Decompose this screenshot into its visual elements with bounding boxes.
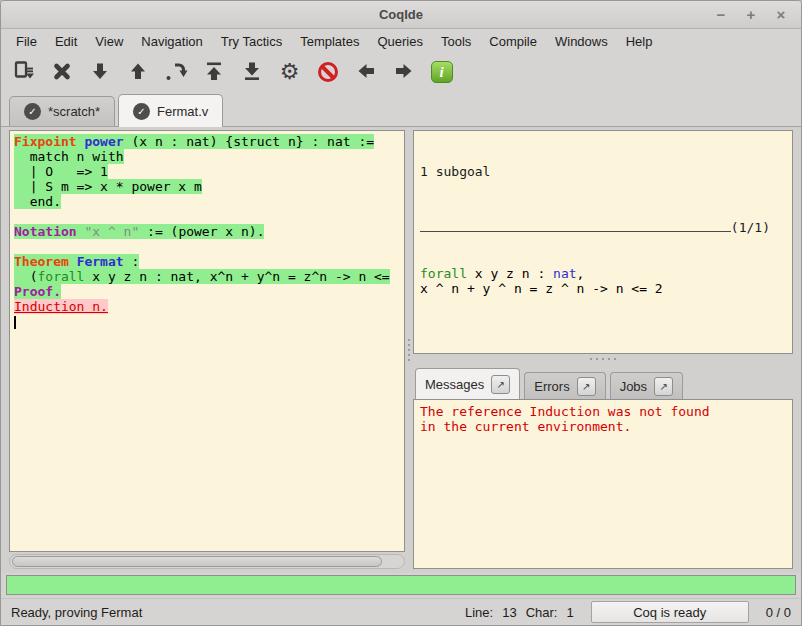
left-arrow-icon bbox=[354, 59, 378, 86]
down-arrow-to-bar-icon bbox=[240, 59, 264, 86]
save-icon bbox=[12, 59, 36, 86]
horizontal-scrollbar[interactable] bbox=[9, 554, 405, 569]
status-right: Line: 13 Char: 1 Coq is ready 0 / 0 bbox=[465, 601, 791, 623]
status-message: Ready, proving Fermat bbox=[11, 605, 142, 620]
menu-file[interactable]: File bbox=[7, 32, 46, 51]
menu-windows[interactable]: Windows bbox=[546, 32, 617, 51]
text-cursor bbox=[14, 316, 16, 329]
detach-arrow-icon[interactable]: ↗ bbox=[577, 377, 596, 396]
gear-icon: ⚙ bbox=[280, 61, 300, 83]
goal-separator: (1/1) bbox=[420, 220, 770, 235]
about-button[interactable]: i bbox=[429, 59, 454, 85]
menu-compile[interactable]: Compile bbox=[480, 32, 546, 51]
preferences-button[interactable]: ⚙ bbox=[277, 59, 302, 85]
tab-errors[interactable]: Errors ↗ bbox=[524, 372, 605, 399]
menu-try-tactics[interactable]: Try Tactics bbox=[212, 32, 291, 51]
goal-body: forall x y z n : nat,x ^ n + y ^ n = z ^… bbox=[420, 266, 786, 296]
titlebar: CoqIde − + × bbox=[1, 1, 801, 29]
check-circle-icon: ✓ bbox=[133, 103, 150, 120]
down-arrow-icon bbox=[88, 59, 112, 86]
coq-status-field: Coq is ready bbox=[591, 601, 749, 623]
vertical-splitter-handle[interactable] bbox=[405, 130, 413, 569]
info-icon: i bbox=[431, 61, 453, 83]
horizontal-splitter-handle[interactable] bbox=[413, 354, 793, 364]
progress-bar bbox=[6, 575, 796, 595]
goal-counter: (1/1) bbox=[731, 220, 770, 235]
char-value: 1 bbox=[566, 605, 573, 620]
interrupt-button[interactable] bbox=[315, 59, 340, 85]
char-label: Char: bbox=[526, 605, 558, 620]
up-arrow-icon bbox=[126, 59, 150, 86]
tab-jobs[interactable]: Jobs ↗ bbox=[610, 372, 683, 399]
tab-jobs-label: Jobs bbox=[620, 379, 647, 394]
tab-scratch-label: *scratch* bbox=[48, 104, 100, 119]
document-tab-bar: ✓ *scratch* ✓ Fermat.v bbox=[1, 91, 801, 127]
subgoal-header: 1 subgoal bbox=[420, 164, 786, 179]
progress-area bbox=[1, 573, 801, 598]
menu-tools[interactable]: Tools bbox=[432, 32, 480, 51]
menu-help[interactable]: Help bbox=[617, 32, 662, 51]
go-to-end-button[interactable] bbox=[239, 59, 264, 85]
messages-panel[interactable]: The reference Induction was not foundin … bbox=[413, 399, 793, 569]
menu-templates[interactable]: Templates bbox=[291, 32, 368, 51]
tab-scratch[interactable]: ✓ *scratch* bbox=[9, 96, 115, 126]
next-occurrence-button[interactable] bbox=[391, 59, 416, 85]
main-area: Fixpoint power (x n : nat) {struct n} : … bbox=[1, 127, 801, 573]
menu-navigation[interactable]: Navigation bbox=[132, 32, 211, 51]
check-circle-icon: ✓ bbox=[24, 103, 41, 120]
previous-occurrence-button[interactable] bbox=[353, 59, 378, 85]
close-button[interactable]: × bbox=[771, 6, 791, 23]
right-arrow-icon bbox=[392, 59, 416, 86]
backward-one-command-button[interactable] bbox=[125, 59, 150, 85]
tab-messages-label: Messages bbox=[425, 377, 484, 392]
line-value: 13 bbox=[502, 605, 516, 620]
script-pane: Fixpoint power (x n : nat) {struct n} : … bbox=[9, 130, 405, 569]
detach-arrow-icon[interactable]: ↗ bbox=[654, 377, 673, 396]
code-editor[interactable]: Fixpoint power (x n : nat) {struct n} : … bbox=[9, 130, 405, 552]
close-x-icon bbox=[50, 59, 74, 86]
line-label: Line: bbox=[465, 605, 493, 620]
tab-errors-label: Errors bbox=[534, 379, 569, 394]
close-buffer-button[interactable] bbox=[49, 59, 74, 85]
console-tab-bar: Messages ↗ Errors ↗ Jobs ↗ bbox=[413, 364, 793, 399]
window-title: CoqIde bbox=[1, 7, 801, 22]
horizontal-scrollbar-thumb[interactable] bbox=[12, 556, 382, 567]
maximize-button[interactable]: + bbox=[741, 6, 761, 23]
minimize-button[interactable]: − bbox=[711, 6, 731, 23]
goto-cursor-icon bbox=[164, 59, 188, 86]
tab-messages[interactable]: Messages ↗ bbox=[415, 368, 520, 400]
detach-arrow-icon[interactable]: ↗ bbox=[491, 375, 510, 394]
toolbar: ⚙ i bbox=[1, 53, 801, 91]
go-to-cursor-button[interactable] bbox=[163, 59, 188, 85]
forward-one-command-button[interactable] bbox=[87, 59, 112, 85]
tab-fermat[interactable]: ✓ Fermat.v bbox=[118, 94, 223, 127]
tab-fermat-label: Fermat.v bbox=[157, 104, 208, 119]
right-column: 1 subgoal (1/1) forall x y z n : nat,x ^… bbox=[413, 130, 793, 569]
status-bar: Ready, proving Fermat Line: 13 Char: 1 C… bbox=[1, 598, 801, 625]
save-button[interactable] bbox=[11, 59, 36, 85]
window-controls: − + × bbox=[711, 6, 801, 23]
menu-queries[interactable]: Queries bbox=[368, 32, 432, 51]
coqide-window: CoqIde − + × File Edit View Navigation T… bbox=[0, 0, 802, 626]
goal-progress-counter: 0 / 0 bbox=[766, 605, 791, 620]
up-arrow-to-bar-icon bbox=[202, 59, 226, 86]
menu-edit[interactable]: Edit bbox=[46, 32, 86, 51]
interrupt-icon bbox=[318, 62, 338, 82]
go-to-start-button[interactable] bbox=[201, 59, 226, 85]
menu-view[interactable]: View bbox=[86, 32, 132, 51]
goals-panel[interactable]: 1 subgoal (1/1) forall x y z n : nat,x ^… bbox=[413, 130, 793, 354]
menu-bar: File Edit View Navigation Try Tactics Te… bbox=[1, 29, 801, 53]
